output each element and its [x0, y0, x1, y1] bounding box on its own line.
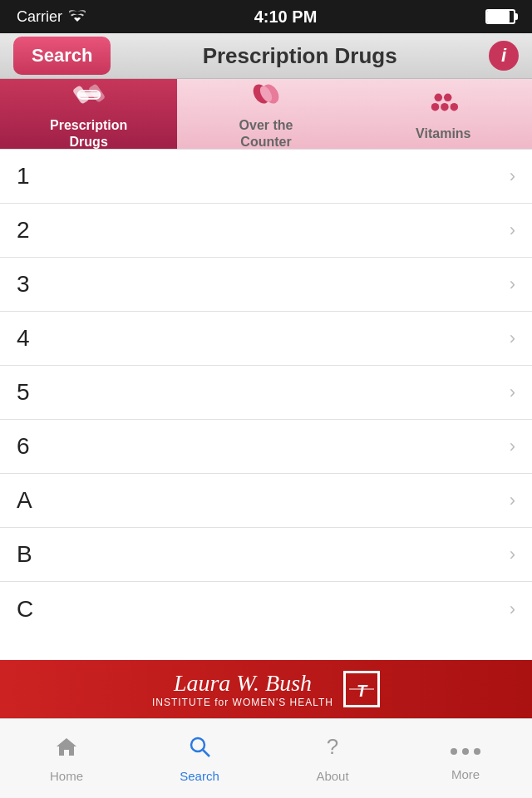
list-item[interactable]: 6 › — [0, 420, 532, 474]
bottom-tab-home[interactable]: Home — [0, 728, 133, 790]
chevron-right-icon: › — [510, 328, 515, 349]
svg-point-15 — [191, 738, 204, 751]
list-item[interactable]: B › — [0, 528, 532, 582]
list-item[interactable]: A › — [0, 474, 532, 528]
list-item-label: C — [17, 596, 33, 623]
chevron-right-icon: › — [510, 165, 515, 187]
about-icon: ? — [321, 735, 344, 764]
svg-point-18 — [451, 748, 457, 755]
vitamins-icon — [427, 86, 459, 122]
chevron-right-icon: › — [510, 544, 515, 565]
list-item-label: 3 — [17, 271, 30, 298]
more-tab-label: More — [451, 767, 480, 781]
carrier-label: Carrier — [17, 8, 62, 26]
tab-prescription-label: PrescriptionDrugs — [50, 117, 127, 149]
list-item-label: B — [17, 541, 32, 568]
prescription-icon — [73, 78, 105, 114]
search-button[interactable]: Search — [13, 37, 111, 75]
about-tab-label: About — [316, 769, 348, 783]
svg-point-8 — [444, 93, 452, 101]
bottom-tab-more[interactable]: More — [399, 729, 532, 788]
list-item[interactable]: 3 › — [0, 258, 532, 312]
list-item-label: A — [17, 487, 32, 514]
list-item-label: 4 — [17, 325, 30, 352]
list-item-label: 1 — [17, 163, 30, 190]
nav-bar: Search Prescription Drugs i — [0, 33, 532, 79]
more-icon — [451, 736, 480, 762]
svg-point-20 — [474, 748, 480, 755]
svg-point-11 — [451, 103, 459, 111]
search-icon — [188, 735, 211, 764]
list-item[interactable]: 2 › — [0, 204, 532, 258]
wifi-icon — [69, 8, 86, 26]
tab-otc[interactable]: Over theCounter — [177, 79, 354, 149]
list-item[interactable]: 5 › — [0, 366, 532, 420]
bottom-tab-bar: Home Search ? About — [0, 718, 532, 798]
category-tabs: PrescriptionDrugs Over theCounter — [0, 79, 532, 150]
tab-prescription[interactable]: PrescriptionDrugs — [0, 79, 177, 149]
search-tab-label: Search — [180, 769, 219, 783]
tab-otc-label: Over theCounter — [239, 117, 293, 149]
svg-point-19 — [462, 748, 469, 755]
info-button[interactable]: i — [489, 41, 519, 71]
sponsor-banner: Laura W. Bush INSTITUTE for WOMEN'S HEAL… — [0, 660, 532, 718]
chevron-right-icon: › — [510, 219, 515, 241]
list-item-label: 2 — [17, 217, 30, 244]
banner-logo: T — [343, 671, 380, 707]
home-tab-label: Home — [50, 769, 83, 783]
banner-name: Laura W. Bush — [174, 670, 312, 697]
svg-point-10 — [441, 103, 449, 111]
status-time: 4:10 PM — [254, 7, 318, 27]
chevron-right-icon: › — [510, 598, 515, 620]
chevron-right-icon: › — [510, 273, 515, 295]
home-icon — [55, 735, 78, 764]
list-item-label: 5 — [17, 379, 30, 406]
list-container: 1 › 2 › 3 › 4 › 5 › 6 › A › B › C › — [0, 150, 532, 660]
list-item[interactable]: 1 › — [0, 150, 532, 204]
tab-vitamins[interactable]: Vitamins — [355, 79, 532, 149]
status-bar: Carrier 4:10 PM — [0, 0, 532, 33]
list-item[interactable]: C › — [0, 582, 532, 636]
battery-icon — [485, 9, 515, 24]
chevron-right-icon: › — [510, 382, 515, 403]
tab-vitamins-label: Vitamins — [416, 126, 470, 141]
svg-text:?: ? — [327, 735, 338, 758]
bottom-tab-search[interactable]: Search — [133, 728, 266, 790]
chevron-right-icon: › — [510, 436, 515, 457]
list-item-label: 6 — [17, 433, 30, 460]
chevron-right-icon: › — [510, 490, 515, 511]
svg-point-9 — [431, 103, 440, 111]
otc-icon — [250, 78, 282, 114]
page-title: Prescription Drugs — [111, 43, 489, 69]
list-item[interactable]: 4 › — [0, 312, 532, 366]
bottom-tab-about[interactable]: ? About — [266, 728, 399, 790]
svg-point-7 — [435, 93, 443, 101]
banner-subtext: INSTITUTE for WOMEN'S HEALTH — [152, 697, 333, 708]
svg-text:T: T — [357, 682, 368, 700]
svg-line-16 — [203, 750, 209, 756]
